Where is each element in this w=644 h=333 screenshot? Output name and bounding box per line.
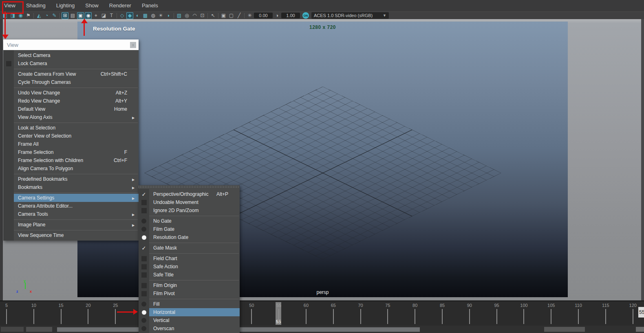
- color-management-toggle[interactable]: ON: [302, 12, 309, 19]
- exposure-icon[interactable]: ✳: [246, 12, 253, 19]
- pan-zoom-icon[interactable]: ◔: [43, 12, 50, 19]
- menu-item[interactable]: Film Origin: [139, 281, 240, 289]
- menu-item[interactable]: Field Chart: [139, 254, 240, 263]
- menu-item[interactable]: Gate Mask: [139, 244, 240, 252]
- menu-item[interactable]: Camera Tools: [3, 210, 139, 218]
- menu-show[interactable]: Show: [85, 0, 99, 11]
- menu-item[interactable]: Undoable Movement: [139, 198, 240, 206]
- tearoff-handle[interactable]: [139, 185, 240, 189]
- menu-item-indicator: [139, 300, 149, 308]
- toolbar-separator[interactable]: [116, 12, 118, 19]
- bookmark-icon[interactable]: ⚑: [25, 12, 32, 19]
- view-menu-titlebar[interactable]: View x: [3, 39, 139, 50]
- textured-icon[interactable]: ▩: [142, 12, 149, 19]
- menu-renderer[interactable]: Renderer: [109, 0, 131, 11]
- menu-lighting[interactable]: Lighting: [56, 0, 75, 11]
- current-frame-field[interactable]: 55: [638, 307, 644, 318]
- menu-item[interactable]: Select Camera: [3, 51, 139, 59]
- menu-item[interactable]: Redo View Change Alt+Y: [3, 97, 139, 105]
- toolbar-separator[interactable]: [207, 12, 209, 19]
- menu-item[interactable]: Vertical: [139, 316, 240, 324]
- isolate-select-icon[interactable]: ▣: [220, 12, 227, 19]
- menu-item[interactable]: Camera Settings: [3, 194, 139, 202]
- resolution-gate-icon[interactable]: ▣: [77, 12, 84, 19]
- motion-blur-icon[interactable]: ◎: [183, 12, 190, 19]
- toolbar-separator[interactable]: [59, 12, 61, 19]
- toolbar-separator[interactable]: [33, 12, 35, 19]
- all-lights-icon[interactable]: ☀: [157, 12, 164, 19]
- shaded-textured-icon[interactable]: ◐: [134, 12, 141, 19]
- playback-controls[interactable]: [544, 327, 585, 332]
- gamma-icon[interactable]: ◑: [273, 12, 280, 19]
- menu-item[interactable]: Horizontal: [139, 308, 240, 316]
- toolbar-separator[interactable]: [243, 12, 245, 19]
- shaded-icon[interactable]: ◆: [126, 12, 133, 19]
- viewport-right-border: [641, 19, 644, 300]
- image-plane-icon[interactable]: ◭: [35, 12, 42, 19]
- toolbar-separator[interactable]: [217, 12, 219, 19]
- curve-icon[interactable]: ◠: [191, 12, 198, 19]
- close-icon[interactable]: x: [130, 42, 136, 48]
- menu-item-label: Camera Settings: [14, 195, 127, 201]
- colorspace-dropdown[interactable]: ACES 1.0 SDR-video (sRGB) ▼: [311, 12, 389, 19]
- menu-item[interactable]: Perspective/Orthographic Alt+P: [139, 190, 240, 198]
- menu-item-label: Bookmarks: [14, 184, 127, 190]
- exposure-field[interactable]: 0.00: [254, 13, 273, 18]
- menu-item[interactable]: Frame All: [3, 140, 139, 148]
- menu-item[interactable]: Film Gate: [139, 225, 240, 233]
- range-min-field[interactable]: [26, 327, 52, 332]
- time-slider[interactable]: 55 5 10 15 20 25 3: [0, 300, 644, 326]
- safe-title-icon[interactable]: T: [108, 12, 115, 19]
- menu-item[interactable]: Safe Title: [139, 271, 240, 279]
- menu-item[interactable]: Overscan: [139, 324, 240, 333]
- isolate-add-icon[interactable]: ▢: [228, 12, 235, 19]
- grid-toggle-icon[interactable]: ⊞: [62, 12, 68, 19]
- use-default-material-icon[interactable]: ◍: [150, 12, 157, 19]
- menu-item[interactable]: Undo View Change Alt+Z: [3, 89, 139, 97]
- menu-item[interactable]: Bookmarks: [3, 183, 139, 191]
- menu-item[interactable]: Look at Selection: [3, 124, 139, 132]
- menu-item[interactable]: Frame Selection F: [3, 148, 139, 156]
- toolbar-separator[interactable]: [173, 12, 175, 19]
- ambient-occlusion-icon[interactable]: ▧: [176, 12, 183, 19]
- menu-item[interactable]: Default View Home: [3, 105, 139, 113]
- menu-item[interactable]: Cycle Through Cameras: [3, 78, 139, 86]
- menu-item[interactable]: Predefined Bookmarks: [3, 175, 139, 183]
- safe-action-icon[interactable]: ◪: [100, 12, 107, 19]
- menu-panels[interactable]: Panels: [142, 0, 158, 11]
- film-gate-icon[interactable]: ▤: [69, 12, 76, 19]
- timeline-tick-line: [333, 309, 334, 324]
- menu-item[interactable]: Frame Selection with Children Ctrl+F: [3, 156, 139, 164]
- menu-item[interactable]: Create Camera From View Ctrl+Shift+C: [3, 70, 139, 78]
- shadows-icon[interactable]: ◗: [165, 12, 172, 19]
- menu-item[interactable]: View Along Axis: [3, 113, 139, 121]
- pencil-icon[interactable]: ✎: [51, 12, 58, 19]
- menu-item-label: Image Plane: [14, 222, 127, 228]
- menu-item[interactable]: Safe Action: [139, 263, 240, 271]
- menu-item[interactable]: Center View of Selection: [3, 132, 139, 140]
- menu-item[interactable]: View Sequence Time: [3, 231, 139, 239]
- menu-item[interactable]: Image Plane: [3, 221, 139, 229]
- menu-item[interactable]: No Gate: [139, 217, 240, 225]
- menu-item[interactable]: Resolution Gate: [139, 233, 240, 241]
- menu-item[interactable]: Camera Attribute Editor...: [3, 202, 139, 210]
- menu-item-shortcut: F: [124, 149, 132, 155]
- timeline-tick-label: 25: [113, 303, 118, 308]
- playback-option[interactable]: [636, 327, 644, 332]
- range-start-field[interactable]: [1, 327, 24, 332]
- menu-item[interactable]: Align Camera To Polygon: [3, 164, 139, 173]
- menu-item[interactable]: Fill: [139, 300, 240, 308]
- gamma-field[interactable]: 1.00: [281, 13, 300, 18]
- menu-item[interactable]: Lock Camera: [3, 59, 139, 68]
- grease-pencil-icon[interactable]: ╱: [236, 12, 243, 19]
- menu-shading[interactable]: Shading: [26, 0, 46, 11]
- field-chart-icon[interactable]: ⌖: [93, 12, 99, 19]
- menu-item[interactable]: Ignore 2D Pan/Zoom: [139, 206, 240, 215]
- menu-item[interactable]: Film Pivot: [139, 289, 240, 298]
- select-icon[interactable]: ↖: [210, 12, 216, 19]
- wireframe-icon[interactable]: ◇: [119, 12, 126, 19]
- menu-item-indicator: [3, 140, 14, 148]
- gate-mask-icon[interactable]: ◉: [85, 12, 92, 19]
- timeline-tick-line: [251, 309, 252, 324]
- multisample-icon[interactable]: ⊡: [199, 12, 206, 19]
